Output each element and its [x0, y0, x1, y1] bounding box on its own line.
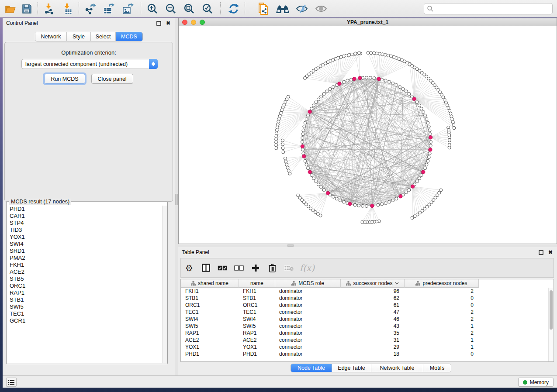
table-row[interactable]: ORC1ORC1dominator610 — [181, 302, 544, 309]
import-table-button[interactable] — [60, 2, 75, 16]
show-details-button[interactable] — [314, 2, 329, 16]
mcds-result-item[interactable]: ORC1 — [7, 282, 163, 289]
table-row[interactable]: PHD1PHD1dominator180 — [181, 351, 544, 358]
table-toolbar: ⚙ — [180, 258, 554, 278]
table-cell: 35 — [341, 330, 405, 337]
column-header-mcds-role[interactable]: MCDS role — [275, 279, 341, 288]
import-network-button[interactable] — [42, 2, 57, 16]
table-row[interactable]: SWI5SWI5connector431 — [181, 323, 544, 330]
table-cell: 47 — [341, 309, 405, 316]
column-header-predecessor-nodes[interactable]: predecessor nodes — [405, 279, 479, 288]
mcds-result-item[interactable]: SWI4 — [7, 241, 163, 248]
mcds-result-item[interactable]: RAP1 — [7, 289, 163, 296]
close-panel-button[interactable]: Close panel — [91, 74, 133, 84]
open-file-button[interactable] — [3, 2, 18, 16]
memory-button[interactable]: Memory — [518, 378, 554, 387]
zoom-in-button[interactable] — [145, 2, 160, 16]
mcds-result-item[interactable]: STB5 — [7, 275, 163, 282]
find-button[interactable] — [275, 2, 290, 16]
scrollbar-thumb[interactable] — [550, 290, 553, 330]
mcds-result-item[interactable]: CAR1 — [7, 213, 163, 220]
table-cell: YOX1 — [181, 344, 239, 351]
table-row[interactable]: YOX1YOX1connector291 — [181, 344, 544, 351]
zoom-fit-button[interactable] — [182, 2, 197, 16]
search-field[interactable] — [424, 3, 553, 14]
splitter-handle[interactable] — [175, 194, 178, 205]
column-header-successor-nodes[interactable]: successor nodes — [341, 279, 405, 288]
hide-details-button[interactable] — [294, 2, 309, 16]
select-all-button[interactable] — [214, 260, 231, 276]
table-row[interactable]: RAP1RAP1dominator352 — [181, 330, 544, 337]
mcds-result-item[interactable]: YOX1 — [7, 234, 163, 241]
refresh-button[interactable] — [226, 2, 241, 16]
export-network-button[interactable] — [83, 2, 98, 16]
save-session-button[interactable] — [19, 2, 34, 16]
column-header-shared-name[interactable]: shared name — [181, 279, 239, 288]
minimize-window-icon[interactable] — [191, 20, 196, 25]
zoom-out-button[interactable] — [163, 2, 178, 16]
zoom-selected-button[interactable] — [200, 2, 215, 16]
splitter-handle[interactable] — [287, 244, 294, 247]
maximize-window-icon[interactable] — [200, 20, 205, 25]
mcds-list-scrollbar[interactable] — [162, 206, 167, 363]
tab-edge-table[interactable]: Edge Table — [332, 364, 371, 372]
task-history-button[interactable] — [6, 378, 17, 387]
tab-node-table[interactable]: Node Table — [291, 364, 332, 372]
table-cell: 29 — [341, 344, 405, 351]
mcds-result-item[interactable]: TID3 — [7, 227, 163, 234]
tab-network[interactable]: Network — [35, 32, 67, 41]
delete-table-button[interactable] — [280, 260, 297, 276]
mcds-result-item[interactable]: SWI5 — [7, 303, 163, 310]
tab-select[interactable]: Select — [91, 32, 116, 41]
tab-network-table[interactable]: Network Table — [371, 364, 423, 372]
add-column-button[interactable] — [247, 260, 264, 276]
export-table-button[interactable] — [101, 2, 116, 16]
table-cell: SWI4 — [239, 316, 275, 323]
column-type-icon — [346, 281, 351, 286]
function-builder-button[interactable]: f(x) — [297, 260, 317, 276]
deselect-all-button[interactable] — [231, 260, 247, 276]
clone-network-button[interactable] — [256, 2, 271, 16]
mcds-result-item[interactable]: GCR1 — [7, 317, 163, 324]
tab-mcds[interactable]: MCDS — [116, 32, 142, 41]
table-row[interactable]: TEC1TEC1connector472 — [181, 309, 544, 316]
delete-column-button[interactable] — [264, 260, 280, 276]
table-panel-title: Table Panel — [178, 247, 557, 258]
close-panel-icon[interactable]: ✖ — [165, 20, 171, 26]
mcds-result-item[interactable]: PHD1 — [7, 206, 163, 213]
float-window-icon[interactable] — [538, 249, 544, 255]
toggle-columns-button[interactable] — [197, 260, 214, 276]
mcds-result-item[interactable]: FKH1 — [7, 261, 163, 268]
mcds-result-item[interactable]: ACE2 — [7, 268, 163, 275]
mcds-result-item[interactable]: STP4 — [7, 220, 163, 227]
mcds-panel: Optimization criterion: largest connecte… — [4, 42, 173, 202]
export-network-icon — [84, 3, 97, 14]
vertical-splitter[interactable] — [175, 18, 178, 375]
table-cell: ACE2 — [181, 337, 239, 344]
criterion-dropdown[interactable]: largest connected component (undirected) — [21, 59, 158, 69]
mcds-result-item[interactable]: PMA2 — [7, 254, 163, 261]
horizontal-splitter[interactable] — [178, 244, 557, 247]
table-cell: 2 — [405, 316, 479, 323]
mcds-result-item[interactable]: STB1 — [7, 296, 163, 303]
table-row[interactable]: SWI4SWI4dominator462 — [181, 316, 544, 323]
table-row[interactable]: FKH1FKH1dominator962 — [181, 288, 544, 295]
table-row[interactable]: ACE2ACE2connector311 — [181, 337, 544, 344]
mcds-result-item[interactable]: TEC1 — [7, 310, 163, 317]
network-window: YPA_prune.txt_1 — [178, 18, 557, 244]
mcds-result-item[interactable]: SRD1 — [7, 248, 163, 254]
float-window-icon[interactable] — [156, 20, 162, 26]
column-header-name[interactable]: name — [239, 279, 275, 288]
search-input[interactable] — [434, 4, 552, 13]
tab-motifs[interactable]: Motifs — [423, 364, 451, 372]
run-mcds-button[interactable]: Run MCDS — [44, 74, 85, 84]
export-image-button[interactable] — [121, 2, 135, 16]
settings-gear-button[interactable]: ⚙ — [181, 260, 197, 276]
table-scrollbar[interactable] — [548, 288, 553, 361]
tab-style[interactable]: Style — [67, 32, 91, 41]
table-row[interactable]: STB1STB1dominator620 — [181, 295, 544, 302]
close-panel-icon[interactable]: ✖ — [547, 249, 554, 255]
network-canvas[interactable] — [179, 26, 557, 244]
column-type-icon — [191, 281, 196, 286]
close-window-icon[interactable] — [182, 20, 187, 25]
